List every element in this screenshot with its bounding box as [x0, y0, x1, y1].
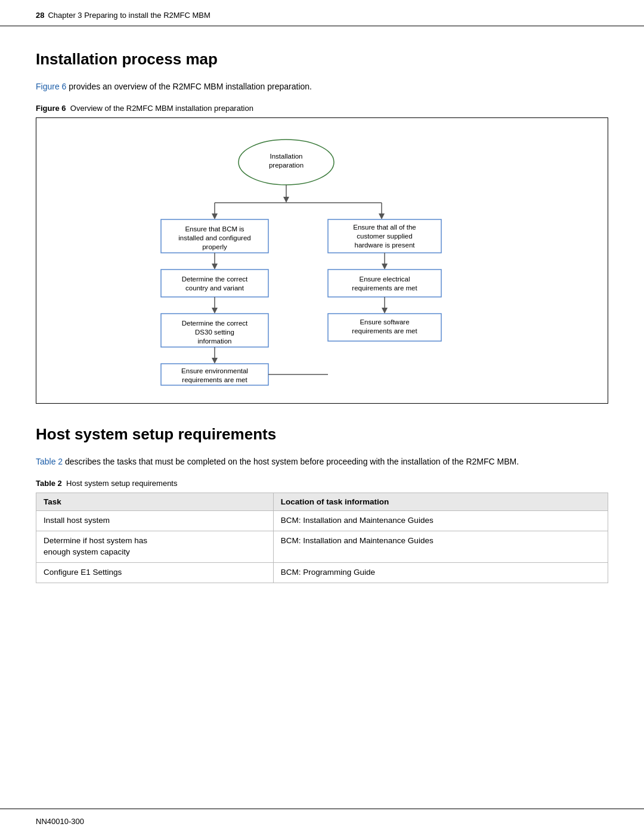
svg-text:Ensure environmental: Ensure environmental: [181, 367, 248, 374]
svg-text:DS30 setting: DS30 setting: [195, 329, 234, 336]
svg-marker-15: [212, 264, 218, 270]
page-container: 28 Chapter 3 Preparing to install the R2…: [0, 0, 644, 833]
location-cell: BCM: Installation and Maintenance Guides: [273, 531, 608, 562]
table-header-row: Task Location of task information: [36, 493, 608, 511]
table2-link[interactable]: Table 2: [36, 457, 63, 466]
section2-title: Host system setup requirements: [36, 425, 608, 444]
page-footer: NN40010-300: [0, 809, 644, 833]
header-chapter: Chapter 3 Preparing to install the R2MFC…: [48, 11, 210, 20]
svg-text:Ensure that BCM is: Ensure that BCM is: [185, 225, 244, 233]
section1-intro-text: provides an overview of the R2MFC MBM in…: [66, 82, 312, 91]
figure-caption: Figure 6 Overview of the R2MFC MBM insta…: [36, 104, 608, 113]
svg-marker-4: [283, 197, 289, 203]
svg-text:hardware is present: hardware is present: [355, 241, 416, 249]
svg-text:Ensure electrical: Ensure electrical: [359, 275, 410, 283]
flowchart-svg: Installation preparation Ensure that BCM…: [95, 132, 549, 389]
task-cell: Determine if host system has enough syst…: [36, 531, 274, 562]
table-row: Configure E1 SettingsBCM: Programming Gu…: [36, 562, 608, 583]
footer-text: NN40010-300: [36, 817, 84, 826]
svg-marker-20: [212, 308, 218, 314]
main-content: Installation process map Figure 6 provid…: [0, 26, 644, 619]
table-caption: Table 2 Host system setup requirements: [36, 479, 608, 488]
page-header: 28 Chapter 3 Preparing to install the R2…: [0, 0, 644, 26]
svg-rect-16: [161, 270, 268, 297]
task-cell: Install host system: [36, 511, 274, 531]
figure-box: Installation preparation Ensure that BCM…: [36, 117, 608, 404]
table-section: Table 2 Host system setup requirements T…: [36, 479, 608, 583]
svg-marker-35: [382, 264, 388, 270]
svg-rect-36: [328, 270, 441, 297]
svg-text:properly: properly: [202, 243, 227, 250]
svg-text:requirements are met: requirements are met: [182, 376, 247, 383]
figure-caption-text: Overview of the R2MFC MBM installation p…: [70, 104, 253, 113]
col-task: Task: [36, 493, 274, 511]
svg-marker-9: [379, 213, 385, 219]
data-table: Task Location of task information Instal…: [36, 493, 608, 583]
svg-text:customer  supplied: customer supplied: [357, 233, 412, 240]
svg-text:installed and configured: installed and configured: [178, 234, 250, 241]
table-caption-text: Host system setup requirements: [66, 479, 177, 488]
location-cell: BCM: Installation and Maintenance Guides: [273, 511, 608, 531]
svg-text:requirements are met: requirements are met: [352, 327, 417, 335]
figure-label: Figure 6: [36, 104, 70, 113]
svg-marker-7: [212, 213, 218, 219]
svg-text:preparation: preparation: [269, 162, 304, 169]
section2-intro-text: describes the tasks that must be complet…: [63, 457, 519, 466]
table-row: Install host systemBCM: Installation and…: [36, 511, 608, 531]
svg-marker-40: [382, 308, 388, 314]
svg-text:Ensure that all of the: Ensure that all of the: [353, 224, 416, 231]
svg-text:Ensure  software: Ensure software: [360, 318, 409, 326]
header-page-num: 28: [36, 11, 44, 20]
table-row: Determine if host system has enough syst…: [36, 531, 608, 562]
section1-intro: Figure 6 provides an overview of the R2M…: [36, 80, 608, 93]
svg-text:Installation: Installation: [270, 153, 303, 160]
svg-marker-26: [212, 358, 218, 364]
svg-text:Determine the correct: Determine the correct: [182, 320, 248, 327]
svg-text:country and variant: country and variant: [185, 284, 244, 292]
svg-text:information: information: [198, 337, 232, 345]
col-location: Location of task information: [273, 493, 608, 511]
figure6-link[interactable]: Figure 6: [36, 82, 66, 91]
section1-title: Installation process map: [36, 50, 608, 69]
table-label: Table 2: [36, 479, 66, 488]
svg-text:Determine the correct: Determine the correct: [182, 275, 248, 283]
section2-intro: Table 2 describes the tasks that must be…: [36, 456, 608, 468]
task-cell: Configure E1 Settings: [36, 562, 274, 583]
location-cell: BCM: Programming Guide: [273, 562, 608, 583]
svg-text:requirements  are met: requirements are met: [352, 284, 417, 292]
